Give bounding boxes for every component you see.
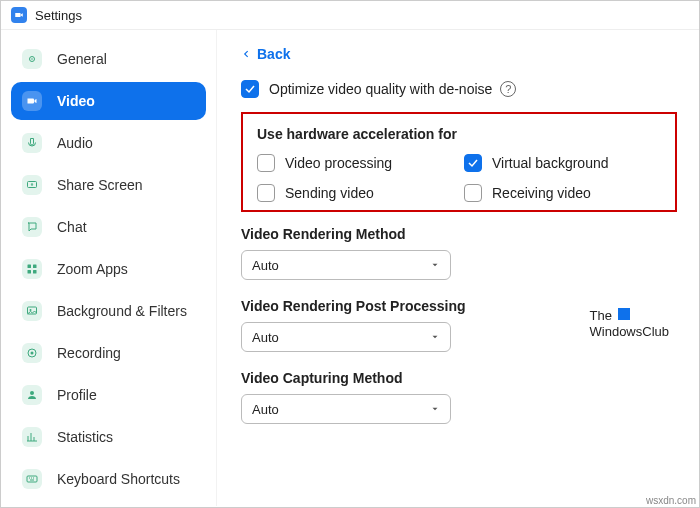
hw-title: Use hardware acceleration for (257, 126, 661, 142)
select-value: Auto (252, 402, 279, 417)
sidebar-item-label: Statistics (57, 429, 113, 445)
sidebar-item-label: Zoom Apps (57, 261, 128, 277)
sidebar-item-keyboard-shortcuts[interactable]: Keyboard Shortcuts (11, 460, 206, 498)
hw-option-label: Video processing (285, 155, 392, 171)
section-title: Video Rendering Method (241, 226, 677, 242)
general-icon (21, 48, 43, 70)
hw-checkbox[interactable] (257, 154, 275, 172)
back-label: Back (257, 46, 290, 62)
apps-icon (21, 258, 43, 280)
chevron-down-icon (430, 404, 440, 414)
sidebar-item-chat[interactable]: Chat (11, 208, 206, 246)
credit-text: wsxdn.com (646, 495, 696, 506)
share-icon (21, 174, 43, 196)
svg-rect-5 (28, 270, 32, 274)
sidebar-item-background-filters[interactable]: Background & Filters (11, 292, 206, 330)
sidebar-item-share-screen[interactable]: Share Screen (11, 166, 206, 204)
hw-checkbox[interactable] (257, 184, 275, 202)
sidebar-item-recording[interactable]: Recording (11, 334, 206, 372)
sidebar-item-label: Chat (57, 219, 87, 235)
svg-rect-4 (33, 265, 37, 269)
sidebar-item-label: Recording (57, 345, 121, 361)
select-video-rendering-post-processing[interactable]: Auto (241, 322, 451, 352)
hw-checkbox[interactable] (464, 154, 482, 172)
sidebar-item-accessibility[interactable]: Accessibility (11, 502, 206, 506)
audio-icon (21, 132, 43, 154)
video-icon (21, 90, 43, 112)
sidebar-item-zoom-apps[interactable]: Zoom Apps (11, 250, 206, 288)
window-title: Settings (35, 8, 82, 23)
sidebar-item-general[interactable]: General (11, 40, 206, 78)
hw-checkbox[interactable] (464, 184, 482, 202)
svg-point-10 (31, 352, 34, 355)
sidebar-item-label: Keyboard Shortcuts (57, 471, 180, 487)
watermark-square-icon (618, 308, 630, 320)
svg-point-11 (30, 391, 34, 395)
svg-rect-3 (28, 265, 32, 269)
section-title: Video Capturing Method (241, 370, 677, 386)
svg-point-8 (30, 309, 32, 311)
select-video-rendering-method[interactable]: Auto (241, 250, 451, 280)
select-video-capturing-method[interactable]: Auto (241, 394, 451, 424)
sidebar-item-label: Audio (57, 135, 93, 151)
hw-accel-box: Use hardware acceleration for Video proc… (241, 112, 677, 212)
svg-rect-12 (27, 476, 37, 482)
chevron-down-icon (430, 260, 440, 270)
svg-rect-6 (33, 270, 37, 274)
sidebar-item-video[interactable]: Video (11, 82, 206, 120)
sidebar-item-audio[interactable]: Audio (11, 124, 206, 162)
sidebar-item-label: Video (57, 93, 95, 109)
sidebar-item-label: Share Screen (57, 177, 143, 193)
hw-option-video-processing: Video processing (257, 154, 454, 172)
chat-icon (21, 216, 43, 238)
sidebar-item-profile[interactable]: Profile (11, 376, 206, 414)
titlebar: Settings (1, 1, 699, 30)
optimize-label: Optimize video quality with de-noise (269, 81, 492, 97)
optimize-row: Optimize video quality with de-noise ? (241, 80, 677, 98)
hw-option-label: Sending video (285, 185, 374, 201)
chevron-left-icon (241, 49, 251, 59)
watermark: The WindowsClub (590, 308, 669, 339)
hw-option-label: Virtual background (492, 155, 608, 171)
bg-icon (21, 300, 43, 322)
rec-icon (21, 342, 43, 364)
kb-icon (21, 468, 43, 490)
sidebar-item-label: Profile (57, 387, 97, 403)
sidebar-item-statistics[interactable]: Statistics (11, 418, 206, 456)
stats-icon (21, 426, 43, 448)
hw-option-virtual-background: Virtual background (464, 154, 661, 172)
profile-icon (21, 384, 43, 406)
select-value: Auto (252, 258, 279, 273)
svg-point-1 (31, 58, 33, 60)
optimize-checkbox[interactable] (241, 80, 259, 98)
main-panel: Back Optimize video quality with de-nois… (216, 30, 699, 506)
back-link[interactable]: Back (241, 46, 677, 62)
sidebar-item-label: General (57, 51, 107, 67)
sidebar: GeneralVideoAudioShare ScreenChatZoom Ap… (1, 30, 216, 506)
hw-option-receiving-video: Receiving video (464, 184, 661, 202)
hw-option-label: Receiving video (492, 185, 591, 201)
zoom-app-icon (11, 7, 27, 23)
select-value: Auto (252, 330, 279, 345)
chevron-down-icon (430, 332, 440, 342)
help-icon[interactable]: ? (500, 81, 516, 97)
hw-option-sending-video: Sending video (257, 184, 454, 202)
sidebar-item-label: Background & Filters (57, 303, 187, 319)
